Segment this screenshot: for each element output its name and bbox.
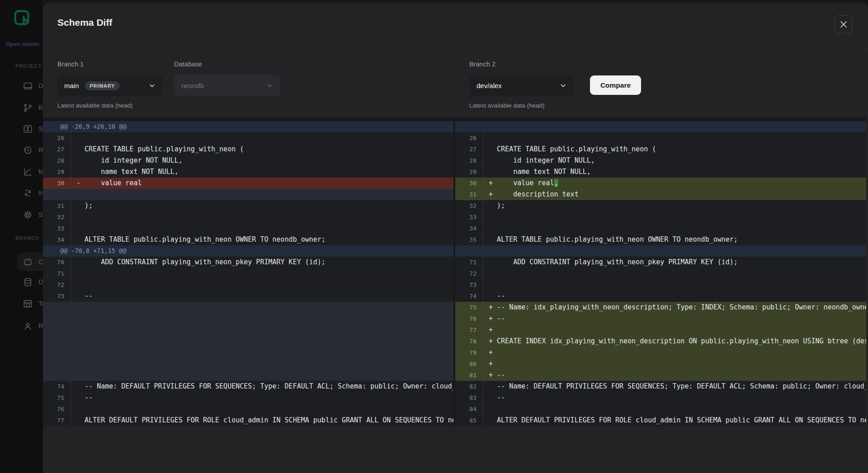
sidebar-divider bbox=[0, 51, 43, 51]
diff-line-branch2: 31+ description text bbox=[455, 189, 866, 200]
code-text: + bbox=[483, 347, 493, 358]
line-number: 32 bbox=[455, 200, 483, 211]
sidebar-item-settings[interactable]: Settings bbox=[0, 204, 43, 225]
code-text bbox=[71, 268, 76, 279]
code-text: name text NOT NULL, bbox=[483, 166, 591, 178]
restore-icon bbox=[23, 145, 33, 155]
sidebar-item-branches[interactable]: Branches bbox=[0, 97, 43, 118]
hunk-header bbox=[455, 245, 866, 257]
diff-line-branch2: 26 bbox=[455, 132, 866, 144]
diff-line-branch1: 70 ADD CONSTRAINT playing_with_neon_pkey… bbox=[43, 257, 453, 268]
diff-line-branch2: 71 ADD CONSTRAINT playing_with_neon_pkey… bbox=[455, 257, 866, 268]
sidebar-item-computes[interactable]: Computes bbox=[0, 252, 43, 272]
line-number: 34 bbox=[455, 223, 483, 234]
sidebar-item-label: Branches bbox=[38, 104, 43, 111]
database-label: Database bbox=[174, 61, 202, 68]
sidebar-item-label: Computes bbox=[38, 258, 43, 266]
open-admin-link[interactable]: Open admin bbox=[5, 41, 39, 47]
line-number: 29 bbox=[455, 166, 483, 178]
line-number: 75 bbox=[455, 302, 483, 313]
diff-line-branch1: 27 CREATE TABLE public.playing_with_neon… bbox=[43, 144, 453, 155]
diff-line-branch2: 30+ value real, bbox=[455, 178, 866, 189]
code-text: ALTER DEFAULT PRIVILEGES FOR ROLE cloud_… bbox=[483, 415, 866, 426]
line-number: 79 bbox=[455, 347, 483, 358]
code-text bbox=[483, 132, 489, 144]
code-text bbox=[483, 211, 489, 223]
diff-line-branch2: 29 name text NOT NULL, bbox=[455, 166, 866, 178]
sidebar-item-monitoring[interactable]: Monitoring bbox=[0, 161, 43, 182]
sidebar-item-restore[interactable]: Restore bbox=[0, 140, 43, 160]
hunk-header: @@ -26,9 +26,10 @@ bbox=[43, 121, 453, 132]
line-number: 31 bbox=[455, 189, 483, 200]
sidebar-item-databases[interactable]: Databases bbox=[0, 272, 43, 292]
code-text: - value real bbox=[71, 178, 142, 189]
sidebar-item-roles[interactable]: Roles bbox=[0, 315, 43, 336]
line-number: 82 bbox=[455, 381, 483, 392]
hunk-header bbox=[455, 121, 866, 132]
branch2-value: dev/alex bbox=[476, 82, 502, 89]
diff-line-branch2: 76+ -- bbox=[455, 313, 866, 324]
branch2-label: Branch 2 bbox=[469, 61, 495, 68]
sidebar-item-sql-editor[interactable]: SQL Editor bbox=[0, 118, 43, 139]
database-icon bbox=[23, 277, 33, 287]
diff-filler-row bbox=[43, 302, 453, 313]
diff-line-branch1: 33 bbox=[43, 223, 453, 234]
close-button[interactable] bbox=[835, 15, 853, 33]
branch1-hint: Latest available data (head) bbox=[57, 102, 133, 109]
line-number: 72 bbox=[43, 279, 71, 290]
diff-line-branch1: 34 ALTER TABLE public.playing_with_neon … bbox=[43, 234, 453, 245]
compare-button[interactable]: Compare bbox=[590, 75, 641, 95]
diff-line-branch1: 29 name text NOT NULL, bbox=[43, 166, 453, 178]
line-number: 75 bbox=[43, 392, 71, 403]
diff-line-branch2: 75+ -- Name: idx_playing_with_neon_descr… bbox=[455, 302, 866, 313]
diff-line-branch1: 71 bbox=[43, 268, 453, 279]
chevron-down-icon bbox=[560, 82, 566, 89]
sidebar-item-label: Monitoring bbox=[38, 168, 43, 175]
branch2-select[interactable]: dev/alex bbox=[469, 75, 574, 96]
line-number: 74 bbox=[43, 381, 71, 392]
sidebar-item-tables[interactable]: Tables bbox=[0, 293, 43, 314]
diff-line-branch1: 28 id integer NOT NULL, bbox=[43, 155, 453, 166]
line-number: 73 bbox=[455, 279, 483, 290]
neon-logo[interactable] bbox=[14, 10, 29, 25]
sidebar-item-label: Databases bbox=[38, 278, 43, 286]
code-text: ALTER TABLE public.playing_with_neon OWN… bbox=[483, 234, 738, 245]
sidebar-item-integrations[interactable]: Integrations bbox=[0, 183, 43, 203]
modal-title: Schema Diff bbox=[57, 17, 112, 28]
neon-logo-icon bbox=[14, 10, 29, 25]
diff-line-branch2: 78+ CREATE INDEX idx_playing_with_neon_d… bbox=[455, 336, 866, 347]
code-text: name text NOT NULL, bbox=[71, 166, 179, 178]
diff-filler-row bbox=[43, 313, 453, 324]
line-number: 30 bbox=[455, 178, 483, 189]
code-text bbox=[483, 403, 489, 415]
code-text: + bbox=[483, 358, 493, 370]
sidebar-item-dashboard[interactable]: Dashboard bbox=[0, 75, 43, 96]
line-number: 73 bbox=[43, 290, 71, 302]
database-select[interactable]: neondb bbox=[174, 75, 280, 96]
diff-line-branch2: 79+ bbox=[455, 347, 866, 358]
diff-line-branch2: 32 ); bbox=[455, 200, 866, 211]
code-text: + description text bbox=[483, 189, 579, 200]
monitoring-icon bbox=[23, 167, 33, 177]
line-number: 84 bbox=[455, 403, 483, 415]
sidebar-item-label: SQL Editor bbox=[38, 125, 43, 132]
diff-line-branch2: 28 id integer NOT NULL, bbox=[455, 155, 866, 166]
line-number: 70 bbox=[43, 257, 71, 268]
code-text bbox=[71, 132, 76, 144]
hunk-header: @@ -70,8 +71,15 @@ bbox=[43, 245, 453, 257]
code-text: ); bbox=[483, 200, 505, 211]
branch1-label: Branch 1 bbox=[57, 61, 84, 68]
diff-line-branch2: 80+ bbox=[455, 358, 866, 370]
code-text: -- bbox=[483, 290, 505, 302]
sidebar-item-label: Dashboard bbox=[38, 82, 43, 89]
line-number: 76 bbox=[43, 403, 71, 415]
line-number: 83 bbox=[455, 392, 483, 403]
line-number: 29 bbox=[43, 166, 71, 178]
code-text bbox=[71, 211, 76, 223]
code-text: ALTER TABLE public.playing_with_neon OWN… bbox=[71, 234, 326, 245]
branch1-select[interactable]: main PRIMARY bbox=[57, 75, 163, 96]
diff-filler-row bbox=[43, 324, 453, 336]
sidebar-item-label: Roles bbox=[38, 322, 43, 329]
line-number: 33 bbox=[43, 223, 71, 234]
sidebar-item-label: Integrations bbox=[38, 189, 43, 197]
